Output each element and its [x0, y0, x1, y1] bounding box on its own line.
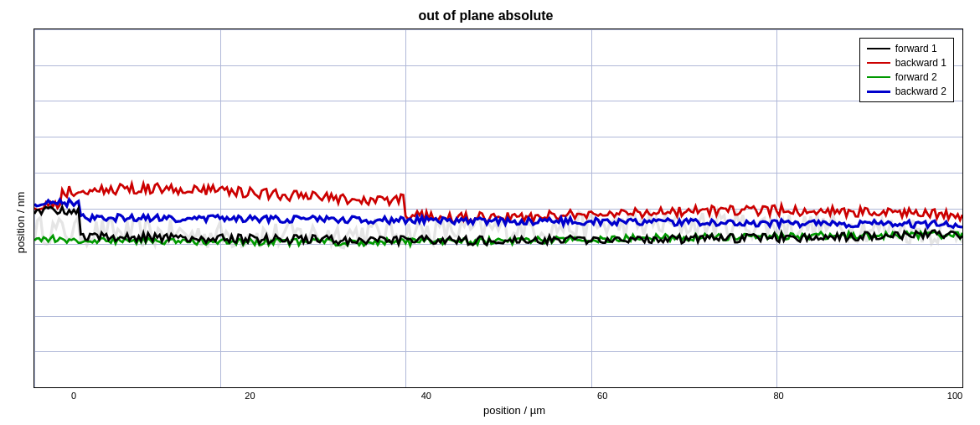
legend-item: backward 1	[867, 57, 946, 69]
chart-right: 1086420-2-4-6-8-10 forward 1backward 1fo…	[34, 29, 963, 417]
x-axis-label: position / µm	[65, 404, 963, 417]
x-tick-label: 40	[418, 391, 435, 401]
x-tick-labels: 020406080100	[65, 391, 963, 401]
x-tick-label: 100	[946, 391, 963, 401]
x-tick-label: 20	[241, 391, 258, 401]
legend-line	[867, 91, 890, 93]
chart-container: out of plane absolute position / nm 1086…	[0, 0, 980, 425]
legend-label: forward 1	[895, 43, 937, 54]
legend-line	[867, 48, 890, 49]
legend-label: backward 1	[895, 57, 946, 69]
x-tick-label: 80	[771, 391, 787, 401]
legend-item: forward 2	[867, 71, 946, 83]
legend-item: backward 2	[867, 86, 946, 97]
grid-line-v	[962, 29, 963, 387]
x-tick-label: 0	[65, 391, 82, 401]
chart-area: 1086420-2-4-6-8-10 forward 1backward 1fo…	[34, 29, 963, 388]
y-axis-label: position / nm	[8, 29, 34, 417]
chart-body: position / nm 1086420-2-4-6-8-10 forward…	[8, 29, 963, 417]
legend-label: backward 2	[895, 86, 946, 97]
legend-label: forward 2	[895, 71, 937, 83]
legend-line	[867, 62, 890, 64]
legend-line	[867, 76, 890, 78]
legend-item: forward 1	[867, 43, 946, 54]
chart-svg	[34, 29, 962, 387]
x-tick-label: 60	[594, 391, 611, 401]
chart-title: out of plane absolute	[419, 8, 554, 23]
legend: forward 1backward 1forward 2backward 2	[859, 38, 954, 102]
